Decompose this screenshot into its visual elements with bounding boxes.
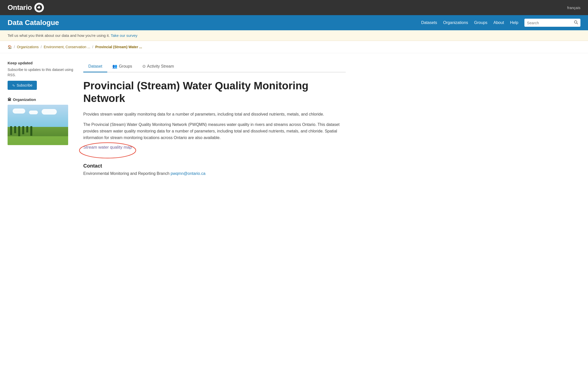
map-link-wrapper: Stream water quality map	[83, 145, 132, 156]
subscribe-button[interactable]: ∿ Subscribe	[8, 81, 37, 90]
tab-dataset[interactable]: Dataset	[83, 61, 107, 72]
search-button[interactable]	[574, 20, 578, 25]
ontario-logo: Ontario	[8, 3, 44, 12]
cloud-2	[29, 111, 38, 114]
sidebar-organization: 🏛 Organization	[8, 97, 73, 145]
org-image-trees	[10, 126, 32, 136]
stream-water-quality-map-link[interactable]: Stream water quality map	[83, 145, 132, 150]
tab-activity-stream-label: Activity Stream	[147, 64, 174, 69]
cloud-3	[42, 109, 57, 115]
keep-updated-text: Subscribe to updates to this dataset usi…	[8, 67, 73, 78]
survey-link[interactable]: Take our survey	[111, 33, 138, 38]
nav-datasets[interactable]: Datasets	[421, 20, 437, 25]
top-bar: Ontario français	[0, 0, 588, 15]
link-circle-annotation	[78, 142, 137, 159]
content-area: Dataset 👥 Groups ⊙ Activity Stream Provi…	[83, 61, 346, 176]
breadcrumb-sep-2: /	[41, 45, 42, 49]
keep-updated-title: Keep updated	[8, 61, 73, 65]
organization-image	[8, 105, 68, 145]
building-icon: 🏛	[8, 97, 11, 102]
tree-3	[18, 126, 20, 136]
tab-groups-label: Groups	[119, 64, 132, 69]
breadcrumb-home[interactable]: 🏠	[8, 45, 12, 49]
subscribe-label: Subscribe	[17, 83, 32, 87]
breadcrumb: 🏠 / Organizations / Environment, Conserv…	[0, 41, 588, 53]
contact-email[interactable]: pwqmn@ontario.ca	[171, 171, 205, 176]
tabs: Dataset 👥 Groups ⊙ Activity Stream	[83, 61, 346, 72]
survey-text: Tell us what you think about our data an…	[8, 33, 110, 38]
ontario-logo-icon	[34, 3, 44, 12]
top-bar-right: français	[567, 6, 580, 10]
nav-organizations[interactable]: Organizations	[443, 20, 468, 25]
breadcrumb-sep-3: /	[92, 45, 93, 49]
nav-about[interactable]: About	[493, 20, 504, 25]
dataset-description-long: The Provincial (Stream) Water Quality Mo…	[83, 121, 346, 141]
tree-5	[26, 126, 28, 132]
search-box	[524, 19, 580, 27]
tree-1	[10, 126, 12, 135]
org-image-field	[8, 136, 68, 145]
org-image-clouds	[13, 108, 57, 115]
tree-2	[14, 126, 16, 133]
dataset-title: Provincial (Stream) Water Quality Monito…	[83, 79, 346, 105]
nav-help[interactable]: Help	[510, 20, 518, 25]
tab-activity-stream[interactable]: ⊙ Activity Stream	[137, 61, 179, 72]
ontario-logo-text: Ontario	[8, 4, 32, 12]
contact-title: Contact	[83, 163, 346, 169]
breadcrumb-organizations[interactable]: Organizations	[17, 45, 39, 49]
dataset-description-short: Provides stream water quality monitoring…	[83, 111, 346, 118]
main-layout: Keep updated Subscribe to updates to thi…	[0, 53, 353, 183]
tab-groups[interactable]: 👥 Groups	[107, 61, 137, 72]
sidebar-keep-updated: Keep updated Subscribe to updates to thi…	[8, 61, 73, 90]
breadcrumb-current: Provincial (Stream) Water ...	[95, 45, 142, 49]
sidebar: Keep updated Subscribe to updates to thi…	[8, 61, 73, 176]
organization-title: 🏛 Organization	[8, 97, 73, 102]
tab-dataset-label: Dataset	[88, 64, 102, 69]
cloud-1	[13, 108, 25, 114]
search-input[interactable]	[527, 21, 572, 25]
survey-banner: Tell us what you think about our data an…	[0, 30, 588, 41]
site-title: Data Catalogue	[8, 19, 59, 27]
clock-icon: ⊙	[142, 64, 146, 69]
tree-4	[22, 126, 24, 134]
ontario-trillium-icon	[36, 4, 42, 11]
header-bar: Data Catalogue Datasets Organizations Gr…	[0, 15, 588, 30]
francais-link[interactable]: français	[567, 6, 580, 10]
breadcrumb-sep-1: /	[14, 45, 15, 49]
svg-line-2	[577, 23, 578, 24]
groups-icon: 👥	[112, 64, 117, 69]
tree-6	[30, 126, 32, 136]
search-icon	[574, 20, 578, 24]
contact-text: Environmental Monitoring and Reporting B…	[83, 171, 346, 176]
header-nav: Datasets Organizations Groups About Help	[421, 19, 580, 27]
contact-branch: Environmental Monitoring and Reporting B…	[83, 171, 170, 176]
rss-icon: ∿	[12, 83, 15, 87]
nav-groups[interactable]: Groups	[474, 20, 487, 25]
breadcrumb-environment[interactable]: Environment, Conservation ...	[44, 45, 90, 49]
